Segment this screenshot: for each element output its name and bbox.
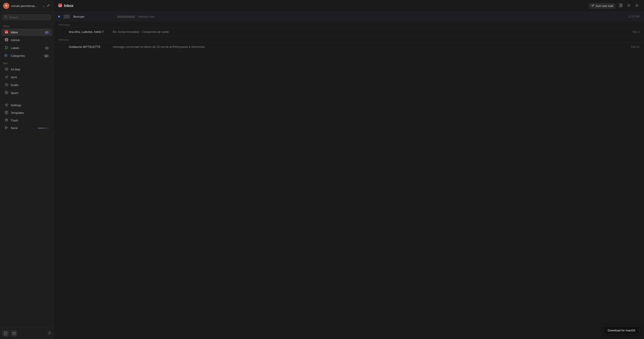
compose-icon[interactable] xyxy=(47,4,50,8)
sidebar-item-spam[interactable]: Spam xyxy=(1,89,52,96)
spacer xyxy=(64,46,65,48)
layout-view-button[interactable] xyxy=(618,3,624,9)
labels-badge: 1 xyxy=(44,46,49,50)
trash-icon xyxy=(4,118,8,122)
email-time: Mar 4 xyxy=(632,30,640,34)
sidebar-item-labels-label: Labels xyxy=(11,46,42,50)
sidebar-item-send-label: Send xyxy=(11,126,36,130)
email-list: Berruyer Pablooo.club 11:10 AM Yesterday… xyxy=(54,12,644,339)
account-name: romain.penchenat... xyxy=(11,4,40,8)
email-row[interactable]: Guillaume MITTELETTE message concernant … xyxy=(54,42,644,52)
send-icon xyxy=(4,126,8,130)
svg-point-0 xyxy=(5,16,7,18)
date-separator-february: February xyxy=(54,36,644,42)
spacer xyxy=(64,31,65,33)
email-subject: Re: Achat immobilier - Compromis de vent… xyxy=(113,30,626,34)
notion-icon[interactable] xyxy=(2,330,9,337)
search-label: Search xyxy=(9,16,18,19)
sidebar-item-drafts[interactable]: Drafts xyxy=(1,82,52,89)
svg-rect-28 xyxy=(619,4,620,7)
email-sender: Berruyer xyxy=(73,15,114,18)
svg-rect-29 xyxy=(621,4,622,5)
main-content: Inbox Sort new mail xyxy=(54,0,644,339)
avatar[interactable]: R xyxy=(3,3,10,9)
sidebar-item-github-label: GitHub xyxy=(11,38,49,42)
search-bar[interactable]: Search xyxy=(2,14,51,20)
email-time: 11:10 AM xyxy=(628,15,640,18)
svg-point-9 xyxy=(5,56,5,56)
spam-icon xyxy=(4,91,8,95)
sort-new-mail-button[interactable]: Sort new mail xyxy=(589,3,616,9)
views-section-label: Views xyxy=(0,22,54,28)
header-icons: ⌄ xyxy=(42,4,50,8)
help-icon[interactable] xyxy=(48,331,51,336)
no-unread-indicator xyxy=(58,31,60,33)
sidebar-item-spam-label: Spam xyxy=(11,91,49,94)
svg-point-34 xyxy=(636,5,638,6)
sidebar-item-trash[interactable]: Trash xyxy=(1,117,52,124)
date-separator-yesterday: Yesterday xyxy=(54,22,644,28)
page-title: Inbox xyxy=(64,4,589,8)
sidebar: R romain.penchenat... ⌄ Search Views xyxy=(0,0,54,339)
inbox-badge: 1 xyxy=(44,31,49,34)
chevron-down-icon[interactable]: ⌄ xyxy=(42,4,45,8)
sidebar-item-all-mail[interactable]: All Mail xyxy=(1,66,52,73)
sidebar-item-labels[interactable]: Labels 1 xyxy=(1,44,52,52)
github-icon xyxy=(4,38,8,42)
svg-point-8 xyxy=(5,55,5,56)
unread-indicator xyxy=(58,16,60,18)
sidebar-item-send[interactable]: Send xyxy=(1,124,52,132)
email-subject: message concernant la toiture du 16 rue … xyxy=(113,45,624,48)
svg-line-1 xyxy=(6,18,7,18)
svg-point-27 xyxy=(594,5,594,5)
mail-section-label: Mail xyxy=(0,60,54,66)
calendar-icon[interactable] xyxy=(11,330,18,337)
sidebar-footer xyxy=(0,328,54,339)
svg-point-7 xyxy=(5,54,5,55)
templates-icon xyxy=(4,111,8,115)
sidebar-item-categories[interactable]: Categories 12 xyxy=(1,52,52,60)
download-macos-button[interactable]: Download for macOS xyxy=(603,326,640,334)
email-subject: Pablooo.club xyxy=(117,15,621,18)
svg-point-13 xyxy=(6,104,7,106)
email-sender: Guillaume MITTELETTE xyxy=(69,45,109,48)
categories-icon xyxy=(4,54,8,58)
email-row[interactable]: tina.elha, Ludivine, Astrid 7 Re: Achat … xyxy=(54,28,644,36)
sidebar-item-inbox[interactable]: Inbox 1 xyxy=(1,28,52,36)
email-row[interactable]: Berruyer Pablooo.club 11:10 AM xyxy=(54,12,644,22)
search-icon xyxy=(4,16,8,19)
settings-icon xyxy=(4,103,8,107)
send-progress-bar xyxy=(38,128,49,128)
sidebar-item-settings-label: Settings xyxy=(11,104,49,107)
toolbar-settings-button[interactable] xyxy=(634,3,640,9)
sidebar-item-trash-label: Trash xyxy=(11,119,49,122)
sidebar-item-categories-label: Categories xyxy=(11,54,41,58)
sidebar-item-templates-label: Templates xyxy=(11,111,49,114)
svg-rect-20 xyxy=(13,332,16,335)
inbox-icon xyxy=(4,30,8,34)
sidebar-item-all-mail-label: All Mail xyxy=(11,68,49,71)
sent-icon xyxy=(4,75,8,80)
sidebar-item-inbox-label: Inbox xyxy=(11,31,42,34)
email-sender: tina.elha, Ludivine, Astrid 7 xyxy=(69,30,109,34)
svg-rect-30 xyxy=(621,6,622,7)
sidebar-item-github[interactable]: GitHub xyxy=(1,36,52,44)
sidebar-item-settings[interactable]: Settings xyxy=(1,102,52,109)
sidebar-item-drafts-label: Drafts xyxy=(11,84,49,87)
sidebar-item-sent[interactable]: Sent xyxy=(1,74,52,81)
list-view-button[interactable] xyxy=(626,3,632,9)
email-time: Feb 15 xyxy=(631,46,640,48)
drafts-icon xyxy=(4,83,8,87)
svg-rect-2 xyxy=(5,30,8,34)
no-unread-indicator xyxy=(58,46,60,48)
main-header: Inbox Sort new mail xyxy=(54,0,644,12)
sidebar-header: R romain.penchenat... ⌄ xyxy=(0,0,54,12)
svg-rect-10 xyxy=(5,68,8,70)
inbox-header-icon xyxy=(58,3,62,8)
sidebar-item-sent-label: Sent xyxy=(11,76,49,79)
label-icon xyxy=(4,46,8,50)
all-mail-icon xyxy=(4,67,8,72)
toolbar-actions: Sort new mail xyxy=(589,3,640,9)
sidebar-item-templates[interactable]: Templates xyxy=(1,109,52,116)
sender-avatar xyxy=(64,14,70,18)
